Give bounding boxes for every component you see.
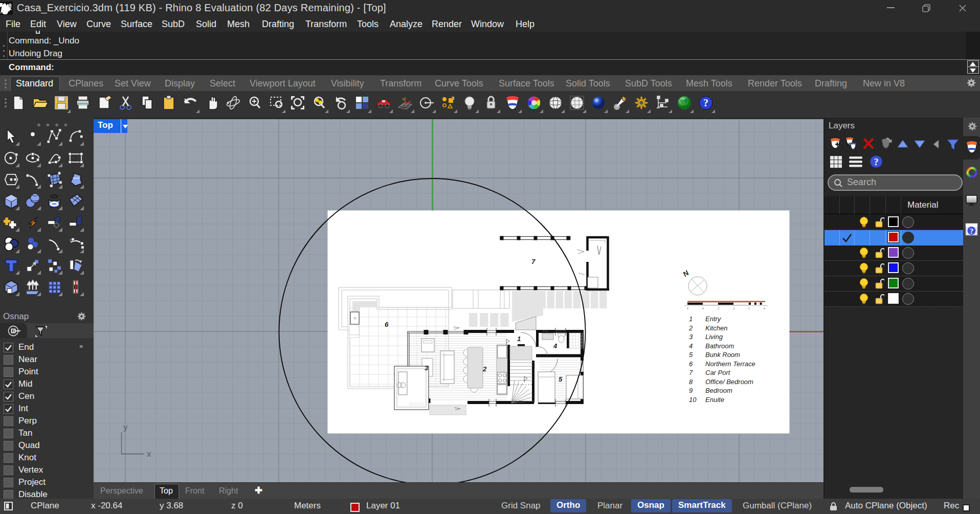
svg-text:?: ? — [874, 157, 879, 167]
svg-text:3: 3 — [425, 364, 429, 372]
svg-text:5: 5 — [689, 351, 693, 359]
svg-text:7: 7 — [689, 369, 693, 376]
svg-text:Bunk Room: Bunk Room — [705, 351, 740, 359]
svg-text:4: 4 — [553, 342, 558, 350]
svg-text:y: y — [123, 422, 128, 432]
svg-text:1: 1 — [748, 307, 750, 310]
svg-text:9: 9 — [689, 387, 693, 394]
svg-text:2: 2 — [688, 324, 693, 332]
svg-text:?: ? — [703, 97, 708, 108]
svg-text:3: 3 — [718, 307, 719, 310]
svg-text:Living: Living — [705, 333, 723, 341]
svg-text:Car Port: Car Port — [705, 369, 731, 376]
svg-text:2: 2 — [732, 307, 734, 310]
svg-text:6: 6 — [689, 360, 693, 368]
svg-text:1: 1 — [689, 315, 693, 323]
svg-text:Bathroom: Bathroom — [705, 342, 734, 350]
svg-text:8: 8 — [9, 3, 12, 9]
svg-text:Bedroom: Bedroom — [705, 387, 732, 394]
svg-text:5: 5 — [687, 307, 688, 310]
svg-text:Enuite: Enuite — [705, 396, 724, 404]
svg-text:2: 2 — [482, 365, 487, 373]
svg-text:?: ? — [970, 227, 974, 235]
svg-text:10: 10 — [689, 396, 697, 404]
svg-text:Entry: Entry — [705, 315, 722, 323]
svg-text:4: 4 — [689, 342, 693, 350]
svg-text:6: 6 — [385, 321, 389, 328]
svg-text:0: 0 — [764, 307, 765, 310]
svg-text:3: 3 — [689, 333, 693, 341]
svg-text:8: 8 — [689, 378, 693, 386]
svg-text:x: x — [147, 449, 151, 459]
svg-text:Northern Terrace: Northern Terrace — [705, 360, 755, 368]
svg-text:1: 1 — [517, 335, 521, 343]
svg-text:4: 4 — [702, 307, 704, 310]
svg-text:7: 7 — [531, 258, 536, 265]
svg-text:5: 5 — [559, 375, 563, 383]
svg-text:Office/ Bedroom: Office/ Bedroom — [705, 378, 753, 386]
svg-text:Kitchen: Kitchen — [705, 324, 727, 332]
